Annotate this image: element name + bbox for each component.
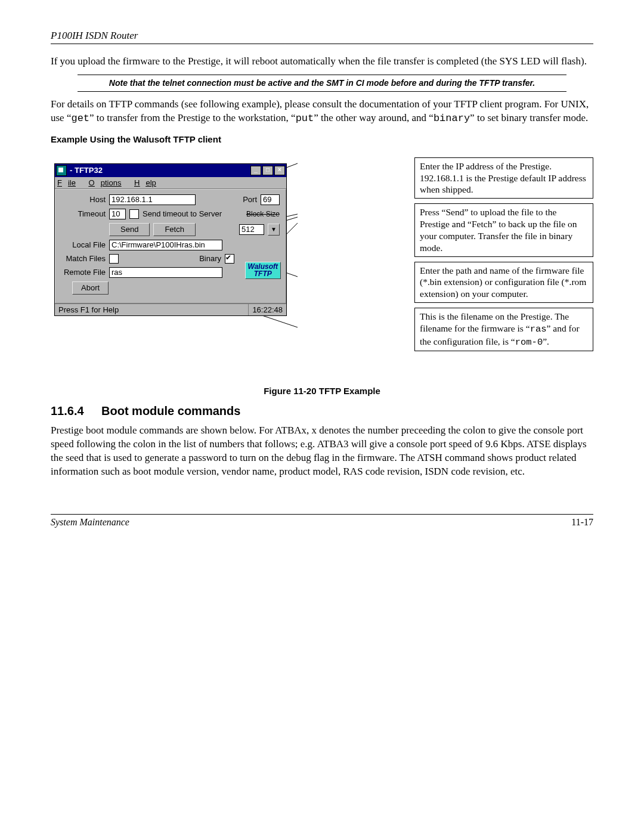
footer-chapter: System Maintenance [51, 517, 129, 528]
menu-options[interactable]: Options [89, 178, 128, 187]
minimize-button[interactable]: _ [250, 166, 261, 175]
notice-banner: Note that the telnet connection must be … [78, 75, 566, 92]
binary-label: Binary [199, 254, 221, 263]
code-run: rom-0 [515, 337, 543, 348]
menu-help[interactable]: Help [134, 178, 162, 187]
window-title: - TFTP32 [69, 166, 250, 175]
send-button[interactable]: Send [109, 223, 150, 236]
callout-ip-address: Enter the IP address of the Prestige. 19… [414, 157, 593, 199]
local-file-label: Local File [61, 240, 106, 249]
body-paragraph: Prestige boot module commands are shown … [51, 424, 593, 479]
callout-send-fetch: Press “Send” to upload the file to the P… [414, 203, 593, 256]
code-run: binary [434, 113, 470, 124]
close-button[interactable]: × [274, 166, 285, 175]
send-timeout-checkbox[interactable] [129, 209, 139, 219]
callout-local-file: Enter the path and name of the firmware … [414, 262, 593, 303]
figure-tftp-example: - TFTP32 _ □ × File Options Help Host Po… [51, 157, 593, 375]
status-time: 16:22:48 [248, 304, 286, 315]
example-heading: Example Using the Walusoft TFTP client [51, 134, 593, 144]
code-run: put [296, 113, 314, 124]
local-file-input[interactable] [109, 240, 222, 250]
section-heading: 11.6.4Boot module commands [51, 404, 593, 418]
menu-file[interactable]: File [57, 178, 82, 187]
fetch-button[interactable]: Fetch [153, 223, 196, 236]
host-label: Host [61, 195, 106, 204]
remote-file-label: Remote File [61, 268, 106, 277]
brand-badge: Walusoft TFTP [245, 262, 281, 279]
block-size-dropdown-icon[interactable]: ▼ [268, 224, 280, 236]
maximize-button[interactable]: □ [262, 166, 273, 175]
body-paragraph: If you upload the firmware to the Presti… [51, 55, 593, 69]
footer-page-number: 11-17 [571, 517, 593, 528]
text-run: ” to transfer from the Prestige to the w… [89, 112, 296, 123]
send-timeout-label: Send timeout to Server [143, 209, 222, 218]
block-size-label: Block Size [246, 210, 280, 218]
brand-line: TFTP [248, 270, 278, 278]
document-header: P100IH ISDN Router [51, 30, 593, 44]
port-label: Port [243, 195, 257, 204]
timeout-input[interactable] [109, 209, 126, 219]
code-run: ras [530, 324, 547, 335]
menubar: File Options Help [55, 177, 286, 189]
tftp-window: - TFTP32 _ □ × File Options Help Host Po… [54, 163, 287, 316]
text-run: ” to set binary transfer mode. [470, 112, 588, 123]
document-footer: System Maintenance 11-17 [51, 514, 593, 528]
main-panel: Host Port Timeout Send timeout to Server… [55, 189, 286, 304]
remote-file-input[interactable] [109, 267, 222, 278]
text-run: ”. [543, 336, 549, 346]
match-files-checkbox[interactable] [109, 254, 119, 264]
figure-caption: Figure 11-20 TFTP Example [51, 386, 593, 396]
port-input[interactable] [261, 194, 280, 205]
section-title: Boot module commands [101, 404, 240, 417]
host-input[interactable] [109, 194, 196, 205]
match-files-label: Match Files [61, 254, 106, 263]
block-size-input[interactable] [239, 224, 264, 235]
app-icon [56, 165, 67, 176]
timeout-label: Timeout [61, 209, 106, 218]
status-text: Press F1 for Help [55, 304, 122, 315]
code-run: get [71, 113, 89, 124]
section-number: 11.6.4 [51, 404, 101, 418]
abort-button[interactable]: Abort [72, 281, 109, 295]
titlebar[interactable]: - TFTP32 _ □ × [55, 164, 286, 177]
body-paragraph: For details on TFTP commands (see follow… [51, 98, 593, 126]
binary-checkbox[interactable] [225, 254, 234, 264]
callout-remote-file: This is the filename on the Prestige. Th… [414, 308, 593, 351]
statusbar: Press F1 for Help 16:22:48 [55, 304, 286, 315]
text-run: ” the other way around, and “ [314, 112, 434, 123]
